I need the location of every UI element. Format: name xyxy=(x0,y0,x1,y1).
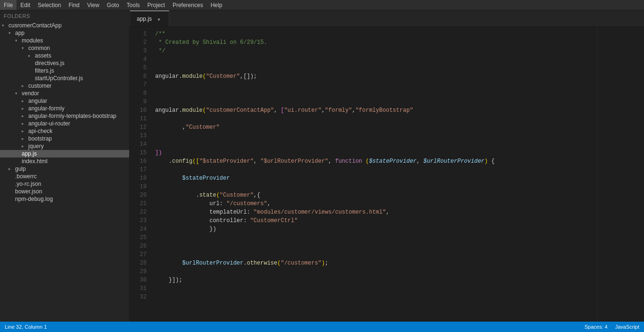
menu-goto[interactable]: Goto xyxy=(103,0,123,10)
code-line-3: */ xyxy=(155,47,597,55)
code-line-6: angular.module("Customer",[]); xyxy=(155,72,597,81)
tree-item-angular[interactable]: ▸angular xyxy=(0,97,129,105)
code-line-32 xyxy=(155,293,597,301)
tree-arrow: ▸ xyxy=(22,121,28,126)
line-number-3: 3 xyxy=(130,47,147,55)
status-right: Spaces: 4 JavaScript xyxy=(585,324,639,330)
tree-item-filters.js[interactable]: filters.js xyxy=(0,67,129,75)
code-line-14 xyxy=(155,140,597,149)
tree-item-cusromerContactApp[interactable]: ▾cusromerContactApp xyxy=(0,22,129,29)
tree-item-customer[interactable]: ▸customer xyxy=(0,82,129,90)
tree-item-angular-formly[interactable]: ▸angular-formly xyxy=(0,105,129,112)
tree-arrow: ▸ xyxy=(22,136,28,141)
tree-item-.yo-rc.json[interactable]: .yo-rc.json xyxy=(0,180,129,188)
tree-item-angular-formly-templates-bootstrap[interactable]: ▸angular-formly-templates-bootstrap xyxy=(0,112,129,120)
line-number-14: 14 xyxy=(130,140,147,149)
statusbar: Line 32, Column 1 Spaces: 4 JavaScript xyxy=(0,322,644,332)
tree-arrow: ▸ xyxy=(28,53,35,58)
line-number-21: 21 xyxy=(130,199,147,208)
line-number-13: 13 xyxy=(130,132,147,140)
tree-item-index.html[interactable]: index.html xyxy=(0,158,129,165)
menu-tools[interactable]: Tools xyxy=(123,0,144,10)
tree-label: filters.js xyxy=(35,67,54,74)
tree-item-angular-ui-router[interactable]: ▸angular-ui-router xyxy=(0,120,129,127)
line-number-12: 12 xyxy=(130,123,147,132)
editor-area: app.js ● 1234567891011121314151617181920… xyxy=(130,10,644,322)
tree-item-.bowerrc[interactable]: .bowerrc xyxy=(0,173,129,180)
menu-selection[interactable]: Selection xyxy=(34,0,65,10)
line-number-4: 4 xyxy=(130,55,147,64)
line-number-32: 32 xyxy=(130,293,147,301)
line-number-11: 11 xyxy=(130,115,147,123)
tree-item-directives.js[interactable]: directives.js xyxy=(0,59,129,67)
tree-item-api-check[interactable]: ▸api-check xyxy=(0,127,129,135)
line-number-8: 8 xyxy=(130,89,147,98)
tree-label: gulp xyxy=(15,166,26,172)
code-content[interactable]: /** * Created by Shivali on 6/29/15. */a… xyxy=(149,27,597,322)
tree-arrow: ▾ xyxy=(8,31,15,35)
status-left: Line 32, Column 1 xyxy=(5,324,47,330)
tree-item-assets[interactable]: ▸assets xyxy=(0,52,129,59)
menu-file[interactable]: File xyxy=(0,0,17,10)
code-line-2: * Created by Shivali on 6/29/15. xyxy=(155,38,597,47)
tree-item-common[interactable]: ▾common xyxy=(0,44,129,52)
menu-edit[interactable]: Edit xyxy=(17,0,34,10)
tabbar: app.js ● xyxy=(130,10,644,27)
menu-help[interactable]: Help xyxy=(207,0,226,10)
tree-label: customer xyxy=(28,83,51,89)
tree-label: .bowerrc xyxy=(15,173,37,180)
tree-item-bootstrap[interactable]: ▸bootstrap xyxy=(0,135,129,142)
line-number-31: 31 xyxy=(130,284,147,293)
line-number-19: 19 xyxy=(130,183,147,191)
code-line-31 xyxy=(155,284,597,293)
tree-arrow: ▸ xyxy=(22,106,28,111)
code-line-18: $stateProvider xyxy=(155,174,597,183)
editor: 1234567891011121314151617181920212223242… xyxy=(130,27,644,322)
tree-label: app.js xyxy=(22,150,37,157)
line-numbers: 1234567891011121314151617181920212223242… xyxy=(130,27,149,322)
line-number-15: 15 xyxy=(130,149,147,157)
line-number-6: 6 xyxy=(130,72,147,81)
code-line-16: .config(["$stateProvider", "$urlRouterPr… xyxy=(155,157,597,166)
tree-item-vendor[interactable]: ▾vendor xyxy=(0,90,129,97)
tree-label: npm-debug.log xyxy=(15,196,53,202)
menu-view[interactable]: View xyxy=(83,0,103,10)
tree-item-jquery[interactable]: ▸jquery xyxy=(0,142,129,150)
tree-item-app.js[interactable]: app.js xyxy=(0,150,129,158)
tree-label: angular-formly xyxy=(28,105,65,112)
tree-item-modules[interactable]: ▾modules xyxy=(0,37,129,44)
menu-project[interactable]: Project xyxy=(144,0,169,10)
menu-preferences[interactable]: Preferences xyxy=(169,0,207,10)
tree-label: startUpController.js xyxy=(35,75,83,82)
tree-label: modules xyxy=(22,37,43,44)
code-line-23: controller: "CustomerCtrl" xyxy=(155,216,597,225)
menu-find[interactable]: Find xyxy=(65,0,83,10)
code-line-25 xyxy=(155,233,597,242)
minimap xyxy=(597,27,644,322)
code-line-20: .state("Customer",{ xyxy=(155,191,597,199)
tab-app-js[interactable]: app.js ● xyxy=(130,10,169,26)
sidebar-header: FOLDERS xyxy=(0,10,129,22)
line-number-28: 28 xyxy=(130,259,147,267)
status-spaces: Spaces: 4 xyxy=(585,324,608,330)
tree-item-bower.json[interactable]: bower.json xyxy=(0,188,129,195)
line-number-22: 22 xyxy=(130,208,147,216)
tree-label: angular-ui-router xyxy=(28,120,70,127)
line-number-5: 5 xyxy=(130,64,147,72)
line-number-25: 25 xyxy=(130,233,147,242)
tab-close-button[interactable]: ● xyxy=(156,16,162,22)
tree-item-gulp[interactable]: ▸gulp xyxy=(0,165,129,173)
tree-label: angular xyxy=(28,98,47,104)
tree-label: vendor xyxy=(22,90,39,97)
tree-item-npm-debug.log[interactable]: npm-debug.log xyxy=(0,195,129,203)
code-line-15: ]) xyxy=(155,149,597,157)
tree-item-startUpController.js[interactable]: startUpController.js xyxy=(0,75,129,82)
tree-arrow: ▸ xyxy=(8,166,15,171)
tree-arrow: ▾ xyxy=(22,46,28,50)
code-line-29 xyxy=(155,267,597,276)
tree-item-app[interactable]: ▾app xyxy=(0,29,129,37)
tree-label: directives.js xyxy=(35,60,65,66)
line-number-24: 24 xyxy=(130,225,147,233)
tab-label: app.js xyxy=(137,16,152,22)
code-line-8 xyxy=(155,89,597,98)
